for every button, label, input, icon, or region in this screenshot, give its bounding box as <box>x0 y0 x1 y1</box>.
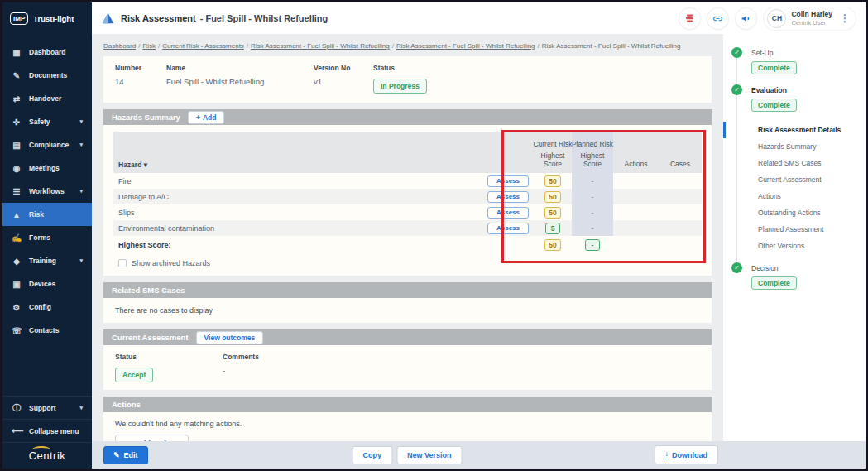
user-menu[interactable]: CH Colin Harley Centrik User ⋮ <box>764 7 856 30</box>
archived-hazards-row: Show archived Hazards <box>113 254 702 269</box>
sidebar-item-label: Dashboard <box>29 48 65 56</box>
table-footer-row: Highest Score: 50 - <box>113 236 702 254</box>
sms-cases-card: There are no cases to display <box>103 298 712 323</box>
sidebar-item-label: Handover <box>29 94 61 103</box>
status-badge: Complete <box>751 99 797 112</box>
panel-link-actions[interactable]: Actions <box>723 188 866 204</box>
risk-assessment-icon <box>102 12 114 24</box>
actions-cell <box>613 173 659 189</box>
current-risk-score: 50 <box>544 191 560 203</box>
current-risk-score: 50 <box>544 207 560 219</box>
sidebar-item-dashboard[interactable]: ▦ Dashboard <box>2 41 92 64</box>
sidebar-item-label: Support <box>29 404 56 412</box>
assess-button[interactable]: Assess <box>487 175 529 187</box>
step-decision: ✓ Decision Complete <box>723 262 866 290</box>
risk-icon: ▲ <box>12 210 22 219</box>
centrik-logo: Centrik <box>2 442 92 469</box>
show-archived-checkbox[interactable] <box>118 259 127 267</box>
sidebar-item-support[interactable]: ⓘ Support ▾ <box>2 396 92 419</box>
step-evaluation: ✓ Evaluation Complete <box>723 84 866 112</box>
sidebar-item-label: Documents <box>29 71 67 79</box>
sidebar-item-risk[interactable]: ▲ Risk <box>2 203 92 226</box>
link-button[interactable] <box>707 8 728 29</box>
planned-risk-column-header: Planned Risk Highest Score <box>572 132 613 173</box>
kebab-menu-icon[interactable]: ⋮ <box>837 12 852 24</box>
assess-button[interactable]: Assess <box>487 207 529 219</box>
centrik-logo-arc <box>32 446 50 453</box>
breadcrumb-link-risk-assessment-1[interactable]: Risk Assessment - Fuel Spill - Whilst Re… <box>251 42 390 50</box>
panel-link-planned-assessment[interactable]: Planned Assessment <box>723 221 866 238</box>
current-risk-score: 50 <box>544 175 560 187</box>
sidebar-item-label: Meetings <box>29 164 60 172</box>
add-hazard-button[interactable]: + Add <box>188 111 225 124</box>
sidebar-item-meetings[interactable]: ◉ Meetings <box>2 156 92 180</box>
sidebar-item-documents[interactable]: ✎ Documents <box>2 64 92 87</box>
edit-label: Edit <box>124 451 138 459</box>
breadcrumb-link-risk-assessment-2[interactable]: Risk Assessment - Fuel Spill - Whilst Re… <box>396 42 535 50</box>
sidebar-item-compliance[interactable]: ▤ Compliance ▾ <box>2 133 92 156</box>
accept-badge: Accept <box>115 368 153 382</box>
panel-link-hazards-summary[interactable]: Hazards Summary <box>723 138 866 155</box>
page-subtitle: - Fuel Spill - Whilst Refuelling <box>200 13 328 23</box>
safety-icon: ✜ <box>12 118 22 127</box>
number-value: 14 <box>115 77 166 86</box>
queue-button[interactable] <box>679 8 700 29</box>
sidebar-item-handover[interactable]: ⇄ Handover <box>2 87 92 110</box>
detail-number: Number 14 <box>115 64 166 95</box>
add-action-button[interactable]: + Add Action <box>115 435 189 441</box>
cases-cell <box>659 204 702 220</box>
sidebar-item-devices[interactable]: ▣ Devices <box>2 272 92 296</box>
breadcrumb-link-current-risk-assessments[interactable]: Current Risk - Assessments <box>162 42 244 50</box>
add-hazard-label: Add <box>203 113 217 122</box>
sidebar-item-contacts[interactable]: ☏ Contacts <box>2 319 92 342</box>
hazard-column-header[interactable]: Hazard ▾ <box>113 161 482 173</box>
breadcrumb-link-dashboard[interactable]: Dashboard <box>103 42 136 50</box>
assessment-status: Status Accept <box>115 353 223 382</box>
panel-link-risk-assessment-details[interactable]: Risk Assessment Details <box>723 122 866 138</box>
breadcrumb-current: Risk Assessment - Fuel Spill - Whilst Re… <box>542 42 681 50</box>
download-button[interactable]: ↓ Download <box>655 445 719 464</box>
assess-button[interactable]: Assess <box>487 223 529 234</box>
sidebar-item-config[interactable]: ⚙ Config <box>2 296 92 319</box>
table-row: Damage to A/C Assess 50 - <box>113 189 702 204</box>
planned-risk-score: - <box>592 209 594 217</box>
topbar-actions: CH Colin Harley Centrik User ⋮ <box>679 7 856 30</box>
sidebar-item-workflows[interactable]: ☰ Workflows ▾ <box>2 180 92 203</box>
actions-header: Actions <box>103 397 712 412</box>
panel-link-other-versions[interactable]: Other Versions <box>723 238 866 254</box>
sidebar-item-label: Safety <box>29 118 50 126</box>
top-bar: Risk Assessment - Fuel Spill - Whilst Re… <box>92 2 866 34</box>
hazard-name: Damage to A/C <box>113 193 482 201</box>
cases-cell <box>659 173 702 189</box>
sms-cases-title: Related SMS Cases <box>112 286 185 295</box>
assess-button[interactable]: Assess <box>487 191 529 203</box>
workflows-icon: ☰ <box>12 187 22 196</box>
actions-cell <box>613 189 659 204</box>
sidebar-item-training[interactable]: ◆ Training ▾ <box>2 249 92 272</box>
hazard-name: Slips <box>113 209 482 217</box>
sidebar-item-safety[interactable]: ✜ Safety ▾ <box>2 110 92 133</box>
actions-cell <box>613 220 659 236</box>
contacts-icon: ☏ <box>12 326 22 335</box>
panel-link-current-assessment[interactable]: Current Assessment <box>723 171 866 188</box>
chevron-down-icon: ▾ <box>79 257 83 264</box>
documents-icon: ✎ <box>12 71 22 80</box>
breadcrumb-separator: / <box>158 42 160 50</box>
panel-link-related-sms-cases[interactable]: Related SMS Cases <box>723 155 866 171</box>
sms-cases-header: Related SMS Cases <box>103 282 712 298</box>
breadcrumb-separator: / <box>247 42 248 50</box>
panel-link-outstanding-actions[interactable]: Outstanding Actions <box>723 204 866 221</box>
breadcrumb: Dashboard/Risk/Current Risk - Assessment… <box>103 34 712 55</box>
collapse-menu-button[interactable]: ⟵ Collapse menu <box>2 419 92 442</box>
table-row: Environmental contamination Assess 5 - <box>113 220 702 236</box>
announcements-button[interactable] <box>736 8 756 29</box>
sidebar-item-label: Devices <box>29 280 55 288</box>
breadcrumb-separator: / <box>138 42 140 50</box>
edit-button[interactable]: ✎ Edit <box>103 446 148 464</box>
app-logo[interactable]: IMP TrustFlight <box>2 2 92 34</box>
sidebar-item-forms[interactable]: ✍ Forms <box>2 226 92 249</box>
view-outcomes-button[interactable]: View outcomes <box>196 331 264 344</box>
copy-button[interactable]: Copy <box>352 446 392 464</box>
breadcrumb-link-risk[interactable]: Risk <box>142 42 156 50</box>
new-version-button[interactable]: New Version <box>396 446 463 464</box>
